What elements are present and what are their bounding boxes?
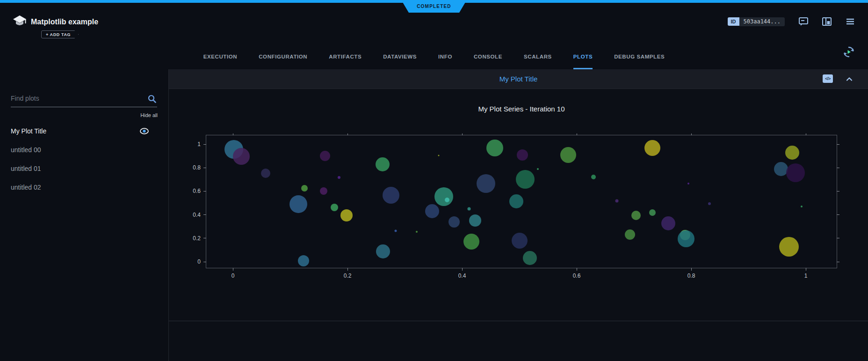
plots-main-area: My Plot Title </> My Plot Series - Itera… (169, 69, 868, 361)
scatter-point (416, 231, 418, 233)
x-axis-top-tick (233, 133, 233, 135)
scatter-point (537, 168, 539, 170)
scatter-point (289, 195, 307, 213)
scatter-point (425, 204, 439, 218)
comment-icon[interactable] (799, 17, 808, 26)
y-tick-label: 1 (197, 141, 201, 147)
y-tick-label: 0.6 (193, 188, 201, 194)
scatter-plot-frame: 00.20.40.60.8100.20.40.60.81 (206, 135, 837, 268)
scatter-point (661, 216, 675, 230)
scatter-plot-points (233, 144, 806, 262)
search-input[interactable] (11, 92, 142, 102)
scatter-point (687, 183, 689, 184)
hamburger-menu-icon[interactable] (846, 17, 855, 26)
tab-execution[interactable]: EXECUTION (203, 40, 238, 69)
experiment-type-icon (13, 15, 27, 28)
x-axis-tick (577, 268, 577, 271)
chevron-up-icon[interactable] (846, 75, 853, 83)
y-axis-tick (203, 191, 206, 192)
search-icon[interactable] (148, 95, 156, 103)
sidebar-plot-item[interactable]: My Plot Title (0, 122, 168, 140)
scatter-point (644, 140, 660, 156)
sidebar-plot-item[interactable]: untitled 01 (0, 159, 168, 178)
panel-bottom-divider (169, 321, 868, 321)
tab-dataviews[interactable]: DATAVIEWS (383, 40, 417, 69)
status-ribbon: COMPLETED (401, 0, 467, 13)
scatter-point (509, 194, 523, 208)
y-axis-tick (203, 144, 206, 145)
embed-code-icon[interactable]: </> (823, 74, 833, 83)
y-tick-label: 0.2 (193, 235, 201, 242)
scatter-point (467, 207, 470, 211)
y-axis-tick (203, 214, 206, 215)
scatter-point (298, 255, 309, 266)
x-axis-top-tick (462, 133, 463, 135)
tab-configuration[interactable]: CONFIGURATION (259, 40, 307, 69)
plot-panel-title: My Plot Title (169, 75, 868, 83)
x-axis-tick (462, 268, 463, 271)
scatter-point (394, 229, 397, 232)
layout-panel-icon[interactable] (822, 17, 832, 26)
scatter-point (448, 216, 460, 228)
plot-item-label: My Plot Title (11, 127, 46, 135)
x-axis-tick (806, 268, 806, 271)
y-axis-right-tick (837, 214, 839, 215)
plot-item-label: untitled 01 (11, 165, 41, 172)
add-tag-button[interactable]: + ADD TAG (41, 30, 79, 38)
scatter-point (591, 175, 596, 179)
x-tick-label: 0.6 (573, 273, 581, 279)
scatter-point (512, 233, 528, 249)
x-tick-label: 0 (231, 273, 235, 279)
scatter-point (463, 234, 479, 250)
auto-refresh-icon[interactable] (843, 46, 855, 58)
experiment-title: Matplotlib example (31, 18, 98, 26)
plot-item-label: untitled 02 (11, 184, 41, 191)
tab-plots[interactable]: PLOTS (573, 40, 593, 69)
scatter-point (517, 149, 528, 161)
y-axis-tick (203, 168, 206, 168)
scatter-point (438, 155, 439, 156)
scatter-point (469, 214, 481, 227)
sidebar-plot-item[interactable]: untitled 02 (0, 178, 168, 197)
scatter-point (383, 187, 399, 204)
scatter-point (320, 187, 327, 195)
scatter-point (631, 211, 641, 220)
scatter-point (434, 187, 453, 206)
scatter-point (477, 174, 495, 193)
hide-all-link[interactable]: Hide all (140, 112, 158, 118)
y-axis-tick (203, 262, 206, 262)
eye-visible-icon[interactable] (140, 128, 149, 134)
scatter-point (779, 237, 799, 257)
tab-bar: EXECUTIONCONFIGURATIONARTIFACTSDATAVIEWS… (0, 40, 868, 69)
plot-panel-header: My Plot Title </> (169, 69, 868, 89)
x-axis-tick (233, 268, 233, 271)
x-tick-label: 1 (804, 273, 808, 279)
y-axis-right-tick (837, 191, 839, 192)
y-axis-right-tick (837, 238, 839, 238)
tab-artifacts[interactable]: ARTIFACTS (329, 40, 362, 69)
experiment-id-badge[interactable]: ID 503aa144... (728, 17, 785, 26)
scatter-point (678, 230, 694, 247)
scatter-point (516, 170, 535, 189)
plot-search (11, 92, 157, 107)
scatter-point (445, 198, 449, 202)
y-axis-right-tick (837, 144, 839, 145)
scatter-point (523, 251, 537, 265)
y-axis-tick (203, 238, 206, 238)
y-tick-label: 0.4 (193, 212, 201, 218)
tab-info[interactable]: INFO (438, 40, 452, 69)
scatter-point (560, 147, 576, 163)
id-value: 503aa144... (739, 17, 785, 26)
scatter-point (486, 140, 503, 156)
app-window: COMPLETED Matplotlib example + ADD TAG I… (0, 0, 868, 361)
tab-scalars[interactable]: SCALARS (524, 40, 552, 69)
sidebar-plot-item[interactable]: untitled 00 (0, 140, 168, 159)
tab-console[interactable]: CONSOLE (474, 40, 502, 69)
chart-area[interactable]: My Plot Series - Iteration 10 00.20.40.6… (169, 89, 868, 301)
plot-list: My Plot Titleuntitled 00untitled 01untit… (0, 122, 168, 197)
x-axis-top-tick (347, 133, 348, 135)
scatter-point (233, 148, 250, 165)
y-axis-right-tick (837, 262, 839, 262)
scatter-point (331, 204, 338, 211)
tab-debug-samples[interactable]: DEBUG SAMPLES (614, 40, 665, 69)
